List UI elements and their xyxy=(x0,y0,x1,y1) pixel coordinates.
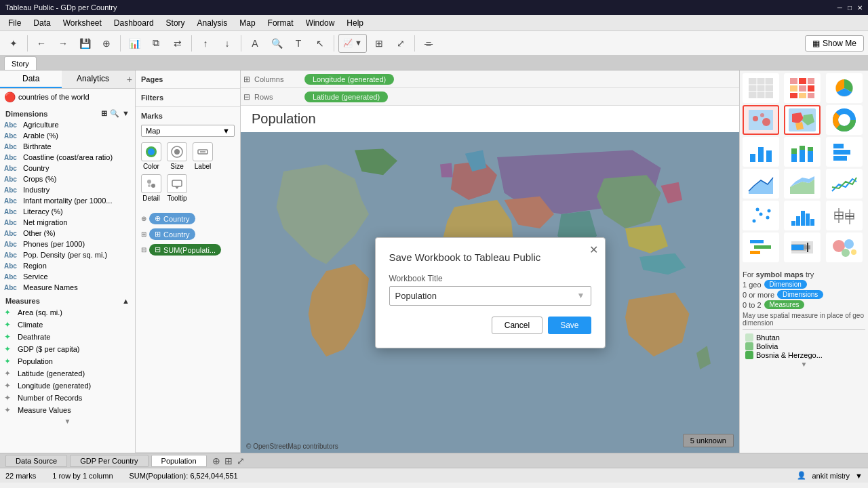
chart-scatter[interactable] xyxy=(743,201,779,230)
size-btn[interactable]: Size xyxy=(167,142,187,170)
sort-asc-btn[interactable]: ↑ xyxy=(196,34,215,53)
menu-format[interactable]: Format xyxy=(262,17,299,29)
marks-pill-country2[interactable]: ⊞ Country xyxy=(149,228,195,240)
measure-gdp[interactable]: ✦GDP ($ per capita) xyxy=(0,343,135,355)
menu-window[interactable]: Window xyxy=(300,17,340,29)
dim-birthrate[interactable]: AbcBirthrate xyxy=(0,141,135,152)
tab-story[interactable]: Story xyxy=(4,56,37,70)
label-btn[interactable]: Label xyxy=(193,142,213,170)
minimize-btn[interactable]: ─ xyxy=(837,4,842,12)
dim-phones[interactable]: AbcPhones (per 1000) xyxy=(0,239,135,249)
menu-dashboard[interactable]: Dashboard xyxy=(108,17,159,29)
tab-gdp-per-country[interactable]: GDP Per Country xyxy=(70,455,148,467)
close-btn[interactable]: ✕ xyxy=(857,4,863,12)
chart-symbol-map[interactable] xyxy=(743,105,779,135)
tab-population[interactable]: Population xyxy=(151,455,207,467)
tab-datasource[interactable]: Data Source xyxy=(5,455,67,467)
dim-net-migration[interactable]: AbcNet migration xyxy=(0,217,135,228)
dim-region[interactable]: AbcRegion xyxy=(0,260,135,271)
save-btn[interactable]: 💾 xyxy=(75,34,94,53)
user-dropdown-icon[interactable]: ▼ xyxy=(855,472,863,480)
layout-icon[interactable]: ⊞ xyxy=(224,455,233,466)
chart-gantt[interactable] xyxy=(743,232,779,262)
duplicate-btn[interactable]: ⧉ xyxy=(146,34,165,53)
format-btn[interactable]: A xyxy=(245,34,264,53)
measure-climate[interactable]: ✦Climate xyxy=(0,319,135,331)
chart-packed-bubbles[interactable] xyxy=(826,232,863,262)
measure-longitude[interactable]: ✦Longitude (generated) xyxy=(0,380,135,392)
rows-pill[interactable]: Latitude (generated) xyxy=(304,92,388,102)
map-container[interactable]: © OpenStreetMap contributors 5 unknown S… xyxy=(241,132,739,453)
chart-text-tables[interactable] xyxy=(743,73,779,103)
dim-crops[interactable]: AbcCrops (%) xyxy=(0,174,135,184)
columns-pill[interactable]: Longitude (generated) xyxy=(304,74,394,85)
legend-scroll[interactable]: ▼ xyxy=(745,361,863,368)
menu-story[interactable]: Story xyxy=(161,17,191,29)
chart-stacked-bar[interactable] xyxy=(784,137,821,167)
analytics-tab[interactable]: Analytics xyxy=(62,70,123,88)
menu-worksheet[interactable]: Worksheet xyxy=(58,17,107,29)
chart-line[interactable] xyxy=(826,169,863,199)
measure-values[interactable]: ✦Measure Values xyxy=(0,404,135,416)
detail-btn[interactable]: Detail xyxy=(141,174,161,202)
new-worksheet-btn[interactable]: 📊 xyxy=(125,34,144,53)
add-icon[interactable]: ▼ xyxy=(122,109,130,118)
chart-histogram[interactable] xyxy=(784,201,821,230)
show-me-btn[interactable]: ▦ Show Me xyxy=(805,35,864,52)
cancel-button[interactable]: Cancel xyxy=(492,317,542,334)
highlight-btn[interactable]: 🔍 xyxy=(267,34,286,53)
measure-area[interactable]: ✦Area (sq. mi.) xyxy=(0,306,135,319)
dim-measure-names[interactable]: AbcMeasure Names xyxy=(0,282,135,293)
dim-literacy[interactable]: AbcLiteracy (%) xyxy=(0,206,135,217)
dim-industry[interactable]: AbcIndustry xyxy=(0,184,135,195)
workbook-title-field[interactable]: Population ▼ xyxy=(389,286,591,306)
fit-btn[interactable]: ⤢ xyxy=(391,34,410,53)
dim-coastline[interactable]: AbcCoastline (coast/area ratio) xyxy=(0,152,135,163)
data-tab[interactable]: Data xyxy=(0,70,62,88)
pointer-btn[interactable]: ↖ xyxy=(311,34,330,53)
chart-box-whisker[interactable] xyxy=(826,201,863,230)
marks-pill-sum[interactable]: ⊟ SUM(Populati... xyxy=(149,244,221,256)
measure-deathrate[interactable]: ✦Deathrate xyxy=(0,331,135,343)
dim-arable[interactable]: AbcArable (%) xyxy=(0,130,135,141)
chart-horizontal-bar[interactable] xyxy=(826,137,863,167)
menu-analysis[interactable]: Analysis xyxy=(192,17,233,29)
color-btn[interactable]: Color xyxy=(141,142,161,170)
new-datasource-btn[interactable]: ⊕ xyxy=(97,34,116,53)
scroll-down-icon[interactable]: ▼ xyxy=(64,418,71,425)
swap-btn[interactable]: ⇄ xyxy=(168,34,187,53)
view-btn[interactable]: ⊞ xyxy=(370,34,389,53)
add-datasource-icon[interactable]: + xyxy=(127,74,132,85)
marks-pill-country1[interactable]: ⊕ Country xyxy=(149,213,195,224)
chart-bar[interactable] xyxy=(743,137,779,167)
dim-service[interactable]: AbcService xyxy=(0,271,135,282)
dim-infant-mortality[interactable]: AbcInfant mortality (per 1000... xyxy=(0,195,135,206)
save-button[interactable]: Save xyxy=(548,317,591,334)
menu-help[interactable]: Help xyxy=(341,17,369,29)
menu-file[interactable]: File xyxy=(3,17,26,29)
chart-stacked-area[interactable] xyxy=(784,169,821,199)
tooltip-btn[interactable]: Tooltip xyxy=(167,174,187,202)
dim-agriculture[interactable]: AbcAgriculture xyxy=(0,119,135,130)
chart-pie[interactable] xyxy=(826,73,863,103)
maximize-btn[interactable]: □ xyxy=(848,4,852,12)
measure-latitude[interactable]: ✦Latitude (generated) xyxy=(0,367,135,380)
dim-pop-density[interactable]: AbcPop. Density (per sq. mi.) xyxy=(0,249,135,260)
undo-btn[interactable]: ← xyxy=(32,34,51,53)
marks-type-dropdown[interactable]: Map ▼ xyxy=(141,125,235,137)
menu-map[interactable]: Map xyxy=(234,17,260,29)
measure-population[interactable]: ✦Population xyxy=(0,355,135,367)
modal-close-btn[interactable]: ✕ xyxy=(589,243,598,256)
redo-btn[interactable]: → xyxy=(54,34,73,53)
chart-heat-map[interactable] xyxy=(784,73,821,103)
dim-other[interactable]: AbcOther (%) xyxy=(0,228,135,239)
chart-type-btn[interactable]: 📈 ▼ xyxy=(338,34,367,53)
share-btn[interactable]: ⌯ xyxy=(419,34,438,53)
text-btn[interactable]: T xyxy=(289,34,308,53)
chart-bullet[interactable] xyxy=(784,232,821,262)
chart-donut[interactable] xyxy=(826,105,863,135)
sort-icon[interactable]: ⊞ xyxy=(101,109,107,118)
measure-num-records[interactable]: ✦Number of Records xyxy=(0,392,135,404)
search-icon[interactable]: 🔍 xyxy=(110,109,119,118)
dim-country[interactable]: AbcCountry xyxy=(0,163,135,174)
